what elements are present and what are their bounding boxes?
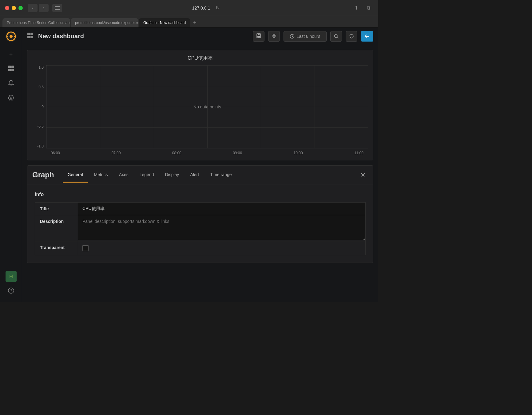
browser-tab-0[interactable]: Prometheus Time Series Collection and Pr… xyxy=(2,18,70,27)
x-label-5: 11:00 xyxy=(350,151,368,155)
panel-area: CPU使用率 1.0 0.5 0 -0.5 -1.0 xyxy=(22,45,378,268)
time-range-label: Last 6 hours xyxy=(296,34,320,39)
close-panel-button[interactable]: ✕ xyxy=(358,170,368,180)
svg-rect-20 xyxy=(27,33,30,35)
chart-wrapper: 1.0 0.5 0 -0.5 -1.0 xyxy=(32,65,368,158)
svg-text:?: ? xyxy=(10,289,12,293)
titlebar: ‹ › 127.0.0.1 ↻ ⬆ ⧉ xyxy=(0,0,378,16)
v-grid-4 xyxy=(261,65,261,148)
y-label-0: 1.0 xyxy=(38,65,44,70)
new-tab-button[interactable]: + xyxy=(191,18,199,27)
description-row: Description xyxy=(35,215,366,241)
panel-editor: Graph General Metrics Axes Legend Displa… xyxy=(27,165,373,263)
share-button[interactable]: ⬆ xyxy=(351,4,361,12)
svg-rect-26 xyxy=(257,36,260,38)
tab-axes[interactable]: Axes xyxy=(114,167,133,183)
x-label-1: 07:00 xyxy=(107,151,125,155)
y-label-1: 0.5 xyxy=(38,85,44,89)
close-window-button[interactable] xyxy=(5,6,9,10)
tab-time-range[interactable]: Time range xyxy=(205,167,236,183)
forward-nav-button[interactable]: › xyxy=(39,4,49,12)
svg-rect-22 xyxy=(27,36,30,38)
app-sidebar: + xyxy=(0,28,22,302)
back-nav-button[interactable]: ‹ xyxy=(28,4,38,12)
svg-rect-10 xyxy=(8,66,11,68)
browser-tabs: Prometheus Time Series Collection and Pr… xyxy=(0,16,378,28)
transparent-checkbox-cell xyxy=(78,241,365,255)
tab-display[interactable]: Display xyxy=(160,167,184,183)
user-avatar[interactable]: H xyxy=(6,271,17,282)
x-label-2: 08:00 xyxy=(168,151,186,155)
help-icon: ? xyxy=(8,288,14,295)
time-range-button[interactable]: Last 6 hours xyxy=(284,31,327,42)
panel-type-label: Graph xyxy=(32,166,59,184)
x-axis: 06:00 07:00 08:00 09:00 10:00 11:00 xyxy=(46,148,368,158)
save-icon xyxy=(256,33,261,39)
save-dashboard-button[interactable] xyxy=(253,31,264,42)
x-label-4: 10:00 xyxy=(289,151,308,155)
transparent-row: Transparent xyxy=(35,241,366,255)
svg-rect-23 xyxy=(30,36,33,38)
grafana-logo[interactable] xyxy=(5,30,17,42)
svg-rect-0 xyxy=(55,6,60,7)
svg-rect-2 xyxy=(55,9,60,10)
maximize-window-button[interactable] xyxy=(18,6,23,10)
sidebar-item-alerts[interactable] xyxy=(4,77,18,91)
y-label-4: -1.0 xyxy=(37,144,44,148)
title-label: Title xyxy=(35,203,78,215)
app-container: + xyxy=(0,28,378,302)
y-label-3: -0.5 xyxy=(37,124,44,129)
title-input[interactable] xyxy=(78,203,365,215)
dashboard-settings-button[interactable] xyxy=(268,31,280,42)
y-axis: 1.0 0.5 0 -0.5 -1.0 xyxy=(32,65,46,148)
sidebar-item-dashboards[interactable] xyxy=(4,62,18,76)
description-textarea[interactable] xyxy=(78,215,365,240)
address-bar-area: 127.0.0.1 ↻ xyxy=(67,4,347,12)
sidebar-item-settings[interactable] xyxy=(4,92,18,105)
tab-overview-button[interactable]: ⧉ xyxy=(363,4,373,12)
back-to-dashboard-button[interactable] xyxy=(361,31,373,42)
no-data-label: No data points xyxy=(193,104,221,109)
dashboard-icon xyxy=(27,32,33,40)
description-label: Description xyxy=(35,215,78,241)
minimize-window-button[interactable] xyxy=(12,6,16,10)
plus-icon: + xyxy=(9,51,13,58)
svg-point-15 xyxy=(10,97,12,99)
svg-rect-11 xyxy=(11,66,14,68)
chart-panel: CPU使用率 1.0 0.5 0 -0.5 -1.0 xyxy=(27,50,373,160)
transparent-checkbox[interactable] xyxy=(82,245,89,251)
svg-point-27 xyxy=(273,35,275,37)
search-button[interactable] xyxy=(330,31,342,42)
nav-buttons: ‹ › xyxy=(28,4,49,12)
title-row: Title xyxy=(35,202,366,215)
traffic-lights xyxy=(5,6,23,10)
browser-tab-1[interactable]: prometheus-book/use-node-exporter.md at … xyxy=(71,18,138,27)
svg-rect-1 xyxy=(55,8,60,8)
svg-rect-25 xyxy=(258,34,260,35)
tab-alert[interactable]: Alert xyxy=(185,167,204,183)
svg-rect-13 xyxy=(11,69,14,71)
url-text: 127.0.0.1 xyxy=(192,6,210,10)
transparent-label: Transparent xyxy=(35,241,78,255)
tab-metrics[interactable]: Metrics xyxy=(89,167,113,183)
y-label-2: 0 xyxy=(42,105,44,109)
description-value-cell xyxy=(78,215,365,241)
grafana-topbar: New dashboard xyxy=(22,28,378,45)
dashboard-title: New dashboard xyxy=(38,33,249,40)
sidebar-item-add[interactable]: + xyxy=(4,47,18,61)
browser-tab-2[interactable]: Grafana - New dashboard xyxy=(139,18,190,27)
refresh-button[interactable] xyxy=(346,31,357,42)
svg-point-31 xyxy=(334,34,337,38)
svg-text:H: H xyxy=(9,274,13,279)
sidebar-item-help[interactable]: ? xyxy=(4,284,18,298)
x-label-3: 09:00 xyxy=(228,151,247,155)
reload-button[interactable]: ↻ xyxy=(212,4,222,12)
info-section: Info Title Description xyxy=(27,184,373,263)
main-content: New dashboard xyxy=(22,28,378,302)
tab-legend[interactable]: Legend xyxy=(135,167,159,183)
v-grid-2 xyxy=(154,65,154,148)
sidebar-toggle-button[interactable] xyxy=(52,4,62,12)
tab-general[interactable]: General xyxy=(63,167,88,183)
x-label-0: 06:00 xyxy=(46,151,65,155)
svg-line-32 xyxy=(337,37,338,38)
